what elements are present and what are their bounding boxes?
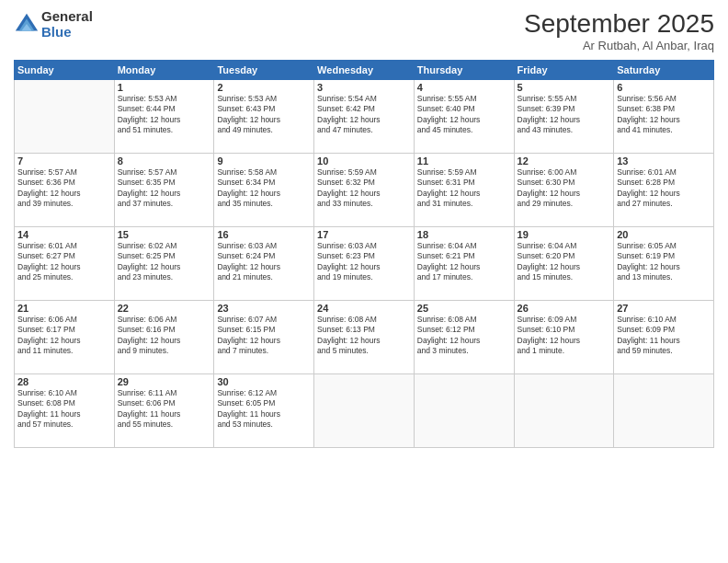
day-info: Sunrise: 6:00 AM Sunset: 6:30 PM Dayligh… xyxy=(518,167,611,210)
table-cell: 28Sunrise: 6:10 AM Sunset: 6:08 PM Dayli… xyxy=(15,374,115,448)
day-number: 4 xyxy=(417,82,511,93)
table-cell: 12Sunrise: 6:00 AM Sunset: 6:30 PM Dayli… xyxy=(514,154,614,227)
day-info: Sunrise: 6:12 AM Sunset: 6:05 PM Dayligh… xyxy=(217,388,311,431)
day-info: Sunrise: 5:53 AM Sunset: 6:44 PM Dayligh… xyxy=(118,94,211,136)
month-title: September 2025 xyxy=(524,9,714,39)
day-info: Sunrise: 5:55 AM Sunset: 6:39 PM Dayligh… xyxy=(518,94,611,136)
table-cell: 16Sunrise: 6:03 AM Sunset: 6:24 PM Dayli… xyxy=(214,227,314,301)
day-info: Sunrise: 5:57 AM Sunset: 6:36 PM Dayligh… xyxy=(17,167,111,210)
table-cell: 14Sunrise: 6:01 AM Sunset: 6:27 PM Dayli… xyxy=(15,227,115,301)
table-cell: 27Sunrise: 6:10 AM Sunset: 6:09 PM Dayli… xyxy=(614,301,714,374)
table-cell: 11Sunrise: 5:59 AM Sunset: 6:31 PM Dayli… xyxy=(414,154,514,227)
table-cell: 21Sunrise: 6:06 AM Sunset: 6:17 PM Dayli… xyxy=(15,301,115,374)
day-number: 1 xyxy=(118,82,211,93)
day-number: 19 xyxy=(518,229,611,240)
day-number: 6 xyxy=(617,82,711,93)
day-number: 24 xyxy=(317,303,411,314)
table-cell: 1Sunrise: 5:53 AM Sunset: 6:44 PM Daylig… xyxy=(114,80,214,154)
logo-blue: Blue xyxy=(41,25,93,40)
day-info: Sunrise: 6:10 AM Sunset: 6:09 PM Dayligh… xyxy=(617,315,711,357)
col-friday: Friday xyxy=(514,61,614,80)
header: General Blue September 2025 Ar Rutbah, A… xyxy=(14,9,714,52)
table-cell: 8Sunrise: 5:57 AM Sunset: 6:35 PM Daylig… xyxy=(114,154,214,227)
day-number: 13 xyxy=(617,155,711,167)
day-number: 18 xyxy=(417,229,511,240)
col-wednesday: Wednesday xyxy=(314,61,415,80)
day-info: Sunrise: 6:06 AM Sunset: 6:16 PM Dayligh… xyxy=(118,315,211,357)
table-row: 1Sunrise: 5:53 AM Sunset: 6:44 PM Daylig… xyxy=(15,80,714,154)
day-number: 17 xyxy=(317,229,411,240)
day-info: Sunrise: 6:02 AM Sunset: 6:25 PM Dayligh… xyxy=(118,241,211,283)
day-info: Sunrise: 5:53 AM Sunset: 6:43 PM Dayligh… xyxy=(217,94,311,136)
table-cell: 10Sunrise: 5:59 AM Sunset: 6:32 PM Dayli… xyxy=(314,154,415,227)
day-info: Sunrise: 6:09 AM Sunset: 6:10 PM Dayligh… xyxy=(518,315,611,357)
col-tuesday: Tuesday xyxy=(214,61,314,80)
logo-icon xyxy=(14,12,40,38)
table-cell: 23Sunrise: 6:07 AM Sunset: 6:15 PM Dayli… xyxy=(214,301,314,374)
table-cell: 7Sunrise: 5:57 AM Sunset: 6:36 PM Daylig… xyxy=(15,154,115,227)
table-cell: 6Sunrise: 5:56 AM Sunset: 6:38 PM Daylig… xyxy=(614,80,714,154)
table-cell: 22Sunrise: 6:06 AM Sunset: 6:16 PM Dayli… xyxy=(114,301,214,374)
day-number: 9 xyxy=(217,155,311,167)
day-number: 30 xyxy=(217,376,311,387)
table-cell: 24Sunrise: 6:08 AM Sunset: 6:13 PM Dayli… xyxy=(314,301,415,374)
table-cell: 18Sunrise: 6:04 AM Sunset: 6:21 PM Dayli… xyxy=(414,227,514,301)
day-number: 10 xyxy=(317,155,411,167)
table-cell: 30Sunrise: 6:12 AM Sunset: 6:05 PM Dayli… xyxy=(214,374,314,448)
day-info: Sunrise: 6:10 AM Sunset: 6:08 PM Dayligh… xyxy=(17,388,111,431)
day-info: Sunrise: 5:58 AM Sunset: 6:34 PM Dayligh… xyxy=(217,167,311,210)
day-info: Sunrise: 6:08 AM Sunset: 6:13 PM Dayligh… xyxy=(317,315,411,357)
day-info: Sunrise: 6:11 AM Sunset: 6:06 PM Dayligh… xyxy=(118,388,211,431)
location-subtitle: Ar Rutbah, Al Anbar, Iraq xyxy=(524,39,714,52)
day-number: 12 xyxy=(518,155,611,167)
day-number: 2 xyxy=(217,82,311,93)
day-number: 28 xyxy=(17,376,111,387)
table-cell xyxy=(15,80,115,154)
day-number: 14 xyxy=(17,229,111,240)
day-number: 11 xyxy=(417,155,511,167)
table-cell xyxy=(314,374,415,448)
table-cell: 26Sunrise: 6:09 AM Sunset: 6:10 PM Dayli… xyxy=(514,301,614,374)
table-cell: 29Sunrise: 6:11 AM Sunset: 6:06 PM Dayli… xyxy=(114,374,214,448)
day-number: 15 xyxy=(118,229,211,240)
table-cell: 20Sunrise: 6:05 AM Sunset: 6:19 PM Dayli… xyxy=(614,227,714,301)
day-info: Sunrise: 6:01 AM Sunset: 6:28 PM Dayligh… xyxy=(617,167,711,210)
day-number: 27 xyxy=(617,303,711,314)
day-info: Sunrise: 5:57 AM Sunset: 6:35 PM Dayligh… xyxy=(118,167,211,210)
day-info: Sunrise: 5:59 AM Sunset: 6:31 PM Dayligh… xyxy=(417,167,511,210)
day-info: Sunrise: 6:04 AM Sunset: 6:21 PM Dayligh… xyxy=(417,241,511,283)
day-info: Sunrise: 5:59 AM Sunset: 6:32 PM Dayligh… xyxy=(317,167,411,210)
day-number: 23 xyxy=(217,303,311,314)
day-number: 8 xyxy=(118,155,211,167)
table-cell: 19Sunrise: 6:04 AM Sunset: 6:20 PM Dayli… xyxy=(514,227,614,301)
calendar-table: Sunday Monday Tuesday Wednesday Thursday… xyxy=(14,60,714,448)
col-monday: Monday xyxy=(114,61,214,80)
col-thursday: Thursday xyxy=(414,61,514,80)
table-row: 14Sunrise: 6:01 AM Sunset: 6:27 PM Dayli… xyxy=(15,227,714,301)
table-cell: 5Sunrise: 5:55 AM Sunset: 6:39 PM Daylig… xyxy=(514,80,614,154)
day-number: 26 xyxy=(518,303,611,314)
table-cell: 9Sunrise: 5:58 AM Sunset: 6:34 PM Daylig… xyxy=(214,154,314,227)
day-info: Sunrise: 6:01 AM Sunset: 6:27 PM Dayligh… xyxy=(17,241,111,283)
table-cell: 4Sunrise: 5:55 AM Sunset: 6:40 PM Daylig… xyxy=(414,80,514,154)
day-info: Sunrise: 6:03 AM Sunset: 6:23 PM Dayligh… xyxy=(317,241,411,283)
day-number: 16 xyxy=(217,229,311,240)
day-info: Sunrise: 5:54 AM Sunset: 6:42 PM Dayligh… xyxy=(317,94,411,136)
day-info: Sunrise: 6:08 AM Sunset: 6:12 PM Dayligh… xyxy=(417,315,511,357)
table-cell: 17Sunrise: 6:03 AM Sunset: 6:23 PM Dayli… xyxy=(314,227,415,301)
day-number: 7 xyxy=(17,155,111,167)
day-info: Sunrise: 6:04 AM Sunset: 6:20 PM Dayligh… xyxy=(518,241,611,283)
day-info: Sunrise: 6:07 AM Sunset: 6:15 PM Dayligh… xyxy=(217,315,311,357)
table-row: 21Sunrise: 6:06 AM Sunset: 6:17 PM Dayli… xyxy=(15,301,714,374)
title-block: September 2025 Ar Rutbah, Al Anbar, Iraq xyxy=(524,9,714,52)
col-sunday: Sunday xyxy=(15,61,115,80)
day-info: Sunrise: 6:05 AM Sunset: 6:19 PM Dayligh… xyxy=(617,241,711,283)
day-info: Sunrise: 5:55 AM Sunset: 6:40 PM Dayligh… xyxy=(417,94,511,136)
table-cell: 13Sunrise: 6:01 AM Sunset: 6:28 PM Dayli… xyxy=(614,154,714,227)
day-number: 20 xyxy=(617,229,711,240)
day-number: 25 xyxy=(417,303,511,314)
day-number: 21 xyxy=(17,303,111,314)
logo: General Blue xyxy=(14,9,93,40)
table-cell xyxy=(414,374,514,448)
day-number: 29 xyxy=(118,376,211,387)
